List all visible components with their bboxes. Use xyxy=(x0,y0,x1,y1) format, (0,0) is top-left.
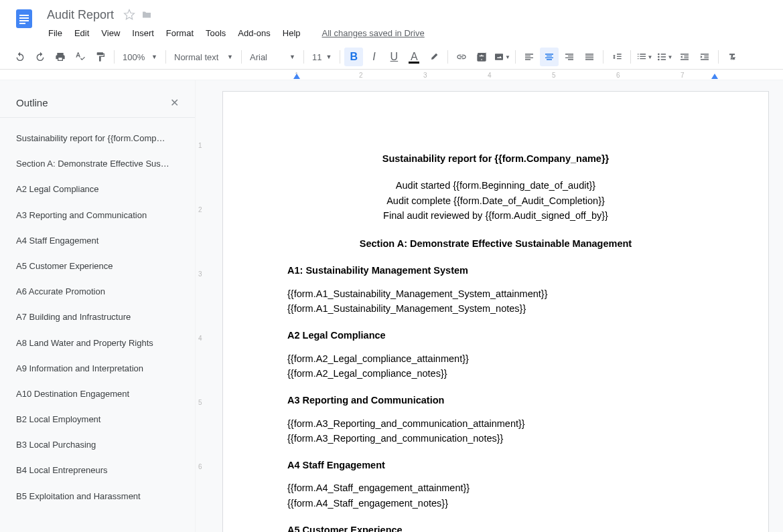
menu-bar: File Edit View Insert Format Tools Add-o… xyxy=(43,25,772,41)
doc-line: {{form.A1_Sustainability_Management_Syst… xyxy=(287,287,704,300)
highlight-button[interactable] xyxy=(425,48,443,66)
doc-line: {{form.A2_Legal_compliance_notes}} xyxy=(287,367,704,380)
section-a-heading: Section A: Demonstrate Effective Sustain… xyxy=(287,237,704,250)
subsection-heading: A4 Staff Engagement xyxy=(287,458,704,472)
doc-heading: Sustainability report for {{form.Company… xyxy=(287,152,704,165)
outline-item[interactable]: B2 Local Employment xyxy=(0,407,195,432)
doc-line: {{form.A4_Staff_engagement_attainment}} xyxy=(287,481,704,495)
menu-format[interactable]: Format xyxy=(161,25,199,41)
svg-rect-2 xyxy=(19,17,29,19)
redo-button[interactable] xyxy=(31,48,50,66)
subsection-heading: A1: Sustainability Management System xyxy=(287,264,704,277)
subsection-heading: A5 Customer Experience xyxy=(287,523,704,532)
align-justify-button[interactable] xyxy=(580,48,599,66)
print-button[interactable] xyxy=(51,48,70,66)
outline-item[interactable]: B4 Local Entrepreneurs xyxy=(0,458,195,483)
svg-point-9 xyxy=(658,59,660,61)
spellcheck-button[interactable] xyxy=(71,48,90,66)
font-dropdown[interactable]: Arial▼ xyxy=(246,48,299,66)
outline-item[interactable]: A9 Information and Interpretation xyxy=(0,356,195,381)
horizontal-ruler[interactable]: 1 2 3 4 5 6 7 xyxy=(0,70,783,80)
zoom-dropdown[interactable]: 100%▼ xyxy=(119,48,161,66)
undo-button[interactable] xyxy=(11,48,29,66)
outline-item[interactable]: A10 Destination Engagement xyxy=(0,381,195,407)
subsection-heading: A2 Legal Compliance xyxy=(287,329,704,342)
outline-item[interactable]: A4 Staff Engagement xyxy=(0,228,195,254)
numbered-list-button[interactable]: ▼ xyxy=(635,48,654,66)
doc-line: {{form.A3_Reporting_and_communication_at… xyxy=(287,417,704,430)
doc-meta-line: Final audit reviewed by {{form.Audit_sig… xyxy=(287,209,704,222)
subsection-heading: A3 Reporting and Communication xyxy=(287,393,704,407)
align-center-button[interactable] xyxy=(540,48,559,66)
outline-item[interactable]: Section A: Demonstrate Effective Sus… xyxy=(0,151,195,177)
bold-button[interactable]: B xyxy=(344,48,363,66)
outline-item[interactable]: A3 Reporting and Communication xyxy=(0,203,195,228)
doc-meta-line: Audit started {{form.Beginning_date_of_a… xyxy=(287,179,704,192)
decrease-indent-button[interactable] xyxy=(675,48,694,66)
doc-line: {{form.A3_Reporting_and_communication_no… xyxy=(287,432,704,445)
italic-button[interactable]: I xyxy=(364,48,383,66)
document-title[interactable]: Audit Report xyxy=(43,7,118,23)
outline-item[interactable]: Sustainability report for {{form.Comp… xyxy=(0,126,195,151)
clear-formatting-button[interactable] xyxy=(723,48,741,66)
vertical-ruler[interactable]: 1 2 3 4 5 6 xyxy=(196,80,208,532)
menu-edit[interactable]: Edit xyxy=(69,25,94,41)
doc-line: {{form.A1_Sustainability_Management_Syst… xyxy=(287,302,704,315)
svg-rect-6 xyxy=(495,54,503,60)
svg-rect-3 xyxy=(19,20,29,21)
link-button[interactable] xyxy=(452,48,471,66)
outline-title: Outline xyxy=(16,97,48,108)
comment-button[interactable] xyxy=(472,48,491,66)
svg-point-7 xyxy=(658,54,660,56)
text-color-button[interactable]: A xyxy=(405,48,423,66)
style-dropdown[interactable]: Normal text▼ xyxy=(170,48,237,66)
close-outline-button[interactable]: ✕ xyxy=(170,96,179,109)
outline-panel: Outline ✕ Sustainability report for {{fo… xyxy=(0,80,196,532)
menu-addons[interactable]: Add-ons xyxy=(232,25,275,41)
outline-item[interactable]: A2 Legal Compliance xyxy=(0,177,195,202)
outline-item[interactable]: A5 Customer Experience xyxy=(0,254,195,279)
outline-item[interactable]: A6 Accurate Promotion xyxy=(0,279,195,304)
line-spacing-button[interactable] xyxy=(608,48,626,66)
svg-rect-4 xyxy=(19,23,25,24)
toolbar: 100%▼ Normal text▼ Arial▼ 11▼ B I U A ▼ … xyxy=(0,45,783,70)
outline-item[interactable]: A7 Building and Infrastructure xyxy=(0,304,195,330)
outline-item[interactable]: B3 Local Purchasing xyxy=(0,432,195,458)
title-area: Audit Report File Edit View Insert Forma… xyxy=(43,5,772,41)
underline-button[interactable]: U xyxy=(384,48,403,66)
outline-item[interactable]: B5 Exploitation and Harassment xyxy=(0,484,195,509)
paint-format-button[interactable] xyxy=(91,48,110,66)
doc-meta-line: Audit complete {{form.Date_of_Audit_Comp… xyxy=(287,194,704,207)
bullet-list-button[interactable]: ▼ xyxy=(655,48,674,66)
left-indent-marker[interactable] xyxy=(293,74,300,79)
fontsize-dropdown[interactable]: 11▼ xyxy=(308,48,336,66)
right-indent-marker[interactable] xyxy=(711,74,718,79)
star-icon[interactable] xyxy=(123,9,135,21)
outline-item[interactable]: A8 Land Water and Property Rights xyxy=(0,331,195,356)
doc-line: {{form.A4_Staff_engagement_notes}} xyxy=(287,497,704,510)
svg-rect-1 xyxy=(19,15,29,16)
menu-file[interactable]: File xyxy=(43,25,68,41)
docs-logo[interactable] xyxy=(11,5,38,32)
menu-view[interactable]: View xyxy=(96,25,125,41)
document-area[interactable]: 1 2 3 4 5 6 Sustainability report for {{… xyxy=(196,80,783,532)
document-page[interactable]: Sustainability report for {{form.Company… xyxy=(222,91,769,532)
increase-indent-button[interactable] xyxy=(695,48,714,66)
save-status[interactable]: All changes saved in Drive xyxy=(317,25,430,41)
align-right-button[interactable] xyxy=(560,48,579,66)
svg-point-8 xyxy=(658,56,660,58)
menu-help[interactable]: Help xyxy=(277,25,306,41)
doc-line: {{form.A2_Legal_compliance_attainment}} xyxy=(287,352,704,365)
image-button[interactable]: ▼ xyxy=(492,48,511,66)
folder-icon[interactable] xyxy=(141,9,153,21)
menu-insert[interactable]: Insert xyxy=(127,25,159,41)
align-left-button[interactable] xyxy=(520,48,539,66)
header-bar: Audit Report File Edit View Insert Forma… xyxy=(0,0,783,41)
menu-tools[interactable]: Tools xyxy=(200,25,231,41)
